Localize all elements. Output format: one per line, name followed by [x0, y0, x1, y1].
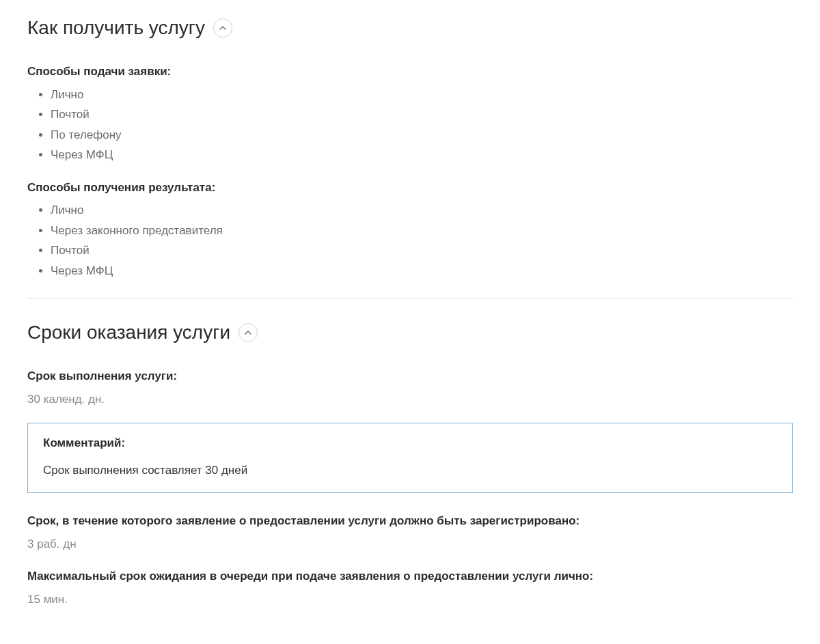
section-title-text: Сроки оказания услуги	[27, 318, 230, 347]
list-item: Через законного представителя	[51, 222, 793, 240]
submit-methods-list: Лично Почтой По телефону Через МФЦ	[27, 86, 793, 164]
list-item: По телефону	[51, 126, 793, 144]
collapse-button-section2[interactable]	[238, 323, 258, 342]
section-divider	[27, 298, 793, 299]
result-methods-list: Лично Через законного представителя Почт…	[27, 201, 793, 279]
chevron-up-icon	[219, 26, 226, 30]
list-item: Лично	[51, 86, 793, 104]
register-value: 3 раб. дн	[27, 535, 793, 553]
list-item: Лично	[51, 201, 793, 219]
comment-label: Комментарий:	[43, 434, 777, 452]
result-methods-heading: Способы получения результата:	[27, 179, 793, 197]
list-item: Через МФЦ	[51, 146, 793, 164]
list-item: Почтой	[51, 106, 793, 124]
section-title-how-to-get: Как получить услугу	[27, 14, 793, 42]
comment-box: Комментарий: Срок выполнения составляет …	[27, 423, 793, 493]
duration-value: 30 календ. дн.	[27, 391, 793, 408]
submit-methods-heading: Способы подачи заявки:	[27, 63, 793, 81]
queue-label: Максимальный срок ожидания в очереди при…	[27, 568, 793, 585]
register-label: Срок, в течение которого заявление о пре…	[27, 512, 793, 530]
chevron-up-icon	[245, 331, 251, 335]
duration-label: Срок выполнения услуги:	[27, 367, 793, 385]
section-title-text: Как получить услугу	[27, 14, 205, 42]
list-item: Через МФЦ	[51, 262, 793, 280]
comment-text: Срок выполнения составляет 30 дней	[43, 462, 777, 479]
section-title-service-terms: Сроки оказания услуги	[27, 318, 793, 347]
collapse-button-section1[interactable]	[213, 18, 232, 38]
queue-value: 15 мин.	[27, 591, 793, 608]
list-item: Почтой	[51, 242, 793, 260]
